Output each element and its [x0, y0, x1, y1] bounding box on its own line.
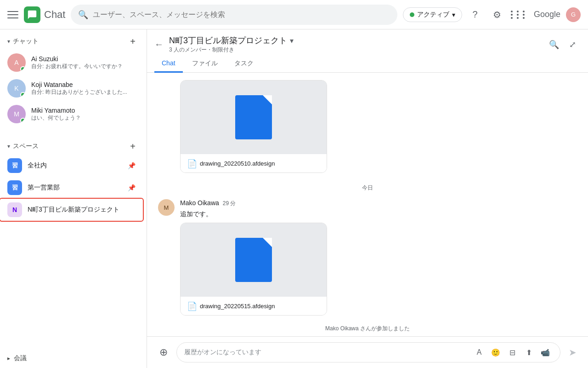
avatar-mako-oikawa: M [158, 199, 175, 216]
file-small-icon-1: 📄 [187, 159, 196, 168]
chat-area: ← N町3丁目ビル新築プロジェクト ▾ 3 人のメンバー・制限付き 🔍 ⤢ Ch… [147, 29, 588, 368]
file-name-1: drawing_20220510.afdesign [200, 160, 275, 167]
logo-area: Chat [24, 6, 65, 23]
file-corner-1 [263, 95, 272, 104]
space-icon-daiichi: 習 [7, 180, 22, 195]
message-row-1: M Mako Oikawa 29 分 追加です。 [158, 199, 577, 219]
chat-room-title: N町3丁目ビル新築プロジェクト ▾ [169, 35, 294, 46]
space-icon-label-daiichi: 習 [12, 184, 18, 192]
tab-tasks[interactable]: タスク [227, 56, 261, 73]
file-card-2-info: 📄 drawing_20220515.afdesign [181, 297, 327, 315]
chat-tabs: Chat ファイル タスク [154, 56, 581, 72]
user-avatar[interactable]: G [566, 7, 581, 22]
chat-name-koji-watanabe: Koji Watanabe [31, 81, 136, 88]
search-icon: 🔍 [78, 10, 88, 20]
format-text-button[interactable]: A [472, 345, 486, 360]
space-icon-label-n: N [12, 206, 17, 213]
spaces-section-label: スペース [13, 142, 39, 150]
pin-icon-zenshanai: 📌 [128, 162, 136, 169]
apps-button[interactable] [510, 6, 528, 24]
app-title: Chat [44, 9, 65, 21]
topbar: Chat 🔍 アクティブ ▾ ? ⚙ Google G [0, 0, 588, 29]
file-small-icon-2: 📄 [187, 301, 196, 310]
file-card-2[interactable]: 📄 drawing_20220515.afdesign [180, 223, 327, 316]
chats-section-label: チャット [13, 37, 39, 46]
chat-name-miki-yamamoto: Miki Yamamoto [31, 107, 136, 114]
chat-info-miki-yamamoto: Miki Yamamoto はい、何でしょう？ [31, 107, 136, 122]
input-area: ⊕ 履歴がオンになっています A 🙂 ⊟ ⬆ 📹 ➤ [147, 336, 588, 368]
file-name-2: drawing_20220515.afdesign [200, 303, 275, 310]
chat-logo-icon [27, 10, 37, 20]
video-button[interactable]: 📹 [538, 345, 553, 360]
add-attachment-button[interactable]: ⊕ [154, 343, 173, 362]
chevron-down-icon: ▾ [452, 11, 455, 18]
joined-notice: Mako Oikawa さんが参加しました [158, 325, 577, 333]
message-sender-1: Mako Oikawa [180, 199, 219, 207]
chat-header-left: ← N町3丁目ビル新築プロジェクト ▾ 3 人のメンバー・制限付き [154, 35, 294, 54]
space-item-daiichi[interactable]: 習 第一営業部 📌 [0, 177, 143, 199]
status-label: アクティブ [417, 11, 449, 19]
message-text-1: 追加です。 [180, 209, 577, 219]
space-icon-zenshanai: 習 [7, 158, 22, 173]
status-button[interactable]: アクティブ ▾ [403, 7, 462, 22]
meetings-section-label: 会議 [14, 354, 27, 362]
tab-chat[interactable]: Chat [154, 56, 183, 73]
chat-name-ai-suzuki: Ai Suzuki [31, 55, 136, 63]
space-item-zenshानai[interactable]: 習 全社内 📌 [0, 155, 143, 177]
chat-item-miki-yamamoto[interactable]: M Miki Yamamoto はい、何でしょう？ [0, 101, 143, 127]
chat-item-koji-watanabe[interactable]: K Koji Watanabe 自分: 昨日はありがとうございました... [0, 75, 143, 101]
file-card-2-container: 📄 drawing_20220515.afdesign [180, 223, 577, 319]
chat-info-koji-watanabe: Koji Watanabe 自分: 昨日はありがとうございました... [31, 81, 136, 96]
space-name-n-cho: N町3丁目ビル新築プロジェクト [28, 206, 136, 214]
search-input[interactable] [93, 11, 390, 19]
input-actions: A 🙂 ⊟ ⬆ 📹 [472, 345, 553, 360]
title-chevron-icon[interactable]: ▾ [290, 36, 294, 45]
chat-preview-ai-suzuki: 自分: お疲れ様です。今いいですか？ [31, 63, 136, 70]
search-bar[interactable]: 🔍 [71, 5, 397, 25]
topbar-right: アクティブ ▾ ? ⚙ Google G [403, 6, 581, 24]
message-input-box[interactable]: 履歴がオンになっています A 🙂 ⊟ ⬆ 📹 [176, 342, 560, 362]
google-label: Google [534, 10, 560, 19]
file-card-1-container: 📄 drawing_20220510.afdesign [180, 80, 577, 177]
settings-button[interactable]: ⚙ [488, 6, 506, 24]
spaces-section-toggle[interactable]: ▾ [7, 143, 10, 150]
send-button[interactable]: ➤ [564, 344, 581, 361]
chats-section-header: ▾ チャット + [0, 29, 147, 50]
emoji-button[interactable]: 🙂 [488, 345, 503, 360]
messages-area[interactable]: 📄 drawing_20220510.afdesign 今日 M Mako Oi… [147, 73, 588, 336]
file-icon-large-2 [235, 238, 272, 282]
meetings-section[interactable]: ▸ 会議 [0, 347, 147, 368]
chats-section-toggle[interactable]: ▾ [7, 38, 10, 45]
file-body-2 [235, 238, 272, 282]
file-card-1[interactable]: 📄 drawing_20220510.afdesign [180, 80, 327, 173]
space-item-n-cho[interactable]: N N町3丁目ビル新築プロジェクト [0, 199, 143, 221]
avatar-koji-watanabe: K [7, 79, 26, 98]
space-icon-label: 習 [12, 161, 18, 170]
main-layout: ▾ チャット + A Ai Suzuki 自分: お疲れ様です。今いいですか？ … [0, 29, 588, 368]
file-card-1-info: 📄 drawing_20220510.afdesign [181, 154, 327, 172]
upload-button[interactable]: ⬆ [521, 345, 536, 360]
message-meta-1: Mako Oikawa 29 分 [180, 199, 577, 207]
back-button[interactable]: ← [154, 39, 164, 50]
chat-info-ai-suzuki: Ai Suzuki 自分: お疲れ様です。今いいですか？ [31, 55, 136, 70]
pin-icon-daiichi: 📌 [128, 184, 136, 191]
header-expand-button[interactable]: ⤢ [564, 36, 581, 53]
help-button[interactable]: ? [466, 6, 484, 24]
chat-header-right: 🔍 ⤢ [546, 36, 581, 53]
space-name-zenshanai: 全社内 [28, 161, 122, 170]
meetings-toggle-icon: ▸ [7, 355, 10, 362]
add-space-button[interactable]: + [126, 140, 139, 153]
add-chat-button[interactable]: + [126, 35, 139, 48]
menu-icon[interactable] [7, 11, 18, 18]
file-card-2-preview [181, 223, 327, 297]
tab-files[interactable]: ファイル [185, 56, 225, 73]
mention-button[interactable]: ⊟ [505, 345, 520, 360]
chat-item-ai-suzuki[interactable]: A Ai Suzuki 自分: お疲れ様です。今いいですか？ [0, 50, 143, 75]
message-time-1: 29 分 [223, 200, 236, 207]
file-icon-large-1 [235, 95, 272, 139]
app-logo [24, 6, 40, 23]
chat-room-name: N町3丁目ビル新築プロジェクト [169, 35, 287, 46]
chat-header-top: ← N町3丁目ビル新築プロジェクト ▾ 3 人のメンバー・制限付き 🔍 ⤢ [154, 35, 581, 54]
sidebar: ▾ チャット + A Ai Suzuki 自分: お疲れ様です。今いいですか？ … [0, 29, 147, 368]
header-search-button[interactable]: 🔍 [546, 36, 562, 53]
